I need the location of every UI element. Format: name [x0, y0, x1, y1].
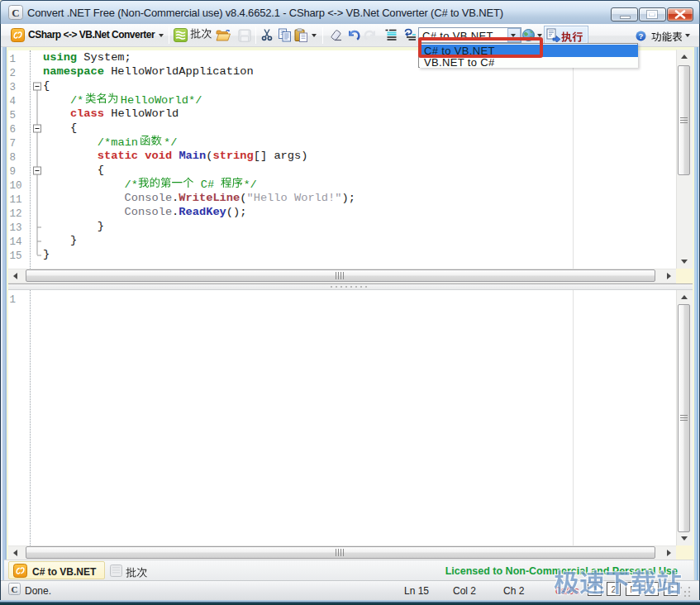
svg-text:C: C [12, 7, 19, 19]
svg-text:C: C [12, 584, 18, 594]
svg-text:?: ? [639, 31, 644, 40]
